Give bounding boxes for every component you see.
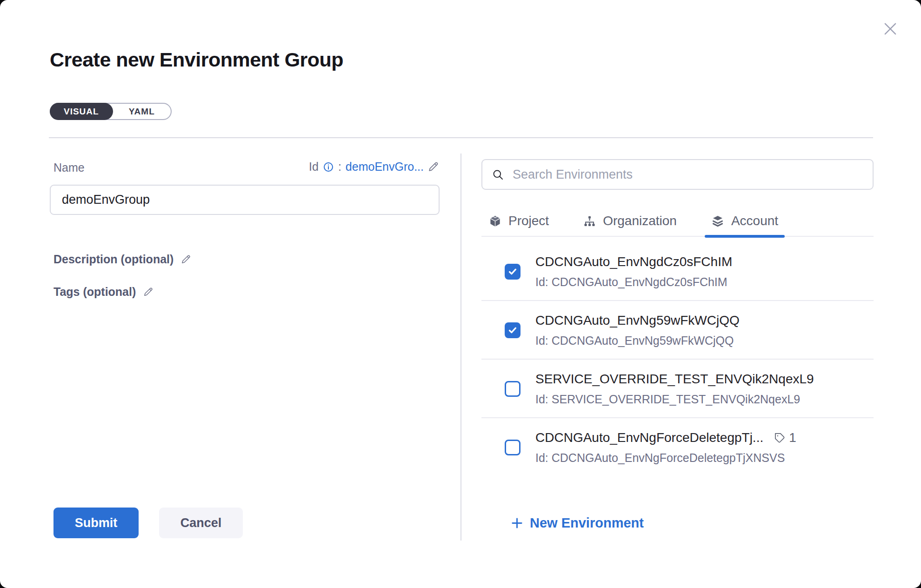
- environment-checkbox-checked[interactable]: [505, 322, 521, 338]
- environment-checkbox-unchecked[interactable]: [505, 440, 521, 455]
- sitemap-icon: [583, 215, 596, 227]
- toggle-visual[interactable]: VISUAL: [50, 103, 113, 120]
- environment-id: Id: CDCNGAuto_EnvNgdCz0sFChIM: [535, 275, 732, 289]
- plus-icon: [510, 516, 524, 530]
- entity-id-row: Id : demoEnvGro...: [50, 160, 440, 174]
- cube-icon: [489, 215, 501, 227]
- id-label: Id: [309, 160, 319, 174]
- edit-tags-pencil-icon[interactable]: [143, 287, 154, 297]
- name-input[interactable]: [50, 185, 440, 215]
- tab-project-label: Project: [508, 214, 549, 228]
- description-label: Description (optional): [53, 253, 174, 266]
- tags-label: Tags (optional): [53, 285, 136, 299]
- environment-list: CDCNGAuto_EnvNgdCz0sFChIM Id: CDCNGAuto_…: [481, 237, 874, 488]
- cancel-button[interactable]: Cancel: [159, 508, 243, 538]
- environment-row-3[interactable]: SERVICE_OVERRIDE_TEST_ENVQik2NqexL9 Id: …: [481, 360, 874, 418]
- search-box: [481, 159, 874, 190]
- layers-icon: [711, 214, 724, 227]
- search-environments-input[interactable]: [512, 167, 863, 182]
- page-title: Create new Environment Group: [50, 48, 343, 71]
- environment-id: Id: CDCNGAuto_EnvNgForceDeletegpTjXNSVS: [535, 451, 796, 465]
- environment-row-4[interactable]: CDCNGAuto_EnvNgForceDeletegpTj... 1 Id: …: [481, 418, 874, 476]
- environment-name: CDCNGAuto_EnvNgForceDeletegpTj...: [535, 430, 763, 445]
- environment-name: CDCNGAuto_EnvNg59wFkWCjQQ: [535, 313, 740, 328]
- environment-id: Id: CDCNGAuto_EnvNg59wFkWCjQQ: [535, 334, 740, 347]
- tab-organization-label: Organization: [603, 214, 677, 228]
- edit-description-pencil-icon[interactable]: [181, 254, 192, 265]
- tab-account-label: Account: [731, 214, 778, 228]
- id-separator: :: [338, 160, 341, 174]
- environment-row-1[interactable]: CDCNGAuto_EnvNgdCz0sFChIM Id: CDCNGAuto_…: [481, 237, 874, 301]
- search-icon: [492, 168, 504, 181]
- description-row: Description (optional): [53, 253, 192, 266]
- submit-button[interactable]: Submit: [53, 508, 139, 538]
- id-value-link[interactable]: demoEnvGro...: [346, 160, 424, 174]
- tag-count: 1: [789, 430, 796, 445]
- environment-checkbox-checked[interactable]: [505, 264, 521, 280]
- close-icon[interactable]: [880, 19, 901, 39]
- info-icon[interactable]: [323, 161, 334, 173]
- check-icon: [507, 267, 518, 277]
- new-environment-button[interactable]: New Environment: [510, 515, 644, 531]
- scope-tabs: Project Organization Account: [481, 206, 874, 237]
- environment-name: CDCNGAuto_EnvNgdCz0sFChIM: [535, 254, 732, 269]
- check-icon: [507, 325, 518, 335]
- tags-row: Tags (optional): [53, 285, 154, 299]
- environment-row-2[interactable]: CDCNGAuto_EnvNg59wFkWCjQQ Id: CDCNGAuto_…: [481, 301, 874, 360]
- environment-checkbox-unchecked[interactable]: [505, 381, 521, 397]
- tab-project[interactable]: Project: [486, 206, 552, 236]
- edit-id-pencil-icon[interactable]: [428, 161, 440, 173]
- environment-name: SERVICE_OVERRIDE_TEST_ENVQik2NqexL9: [535, 372, 814, 387]
- tab-account[interactable]: Account: [708, 206, 781, 236]
- tag-icon: [774, 432, 786, 444]
- tab-organization[interactable]: Organization: [581, 206, 680, 236]
- create-environment-group-dialog: Create new Environment Group VISUAL YAML…: [0, 0, 921, 588]
- column-divider: [460, 154, 461, 541]
- visual-yaml-toggle: VISUAL YAML: [50, 103, 172, 120]
- tag-count-badge: 1: [774, 430, 796, 445]
- new-environment-label: New Environment: [530, 515, 644, 531]
- environment-id: Id: SERVICE_OVERRIDE_TEST_ENVQik2NqexL9: [535, 393, 814, 406]
- header-divider: [49, 137, 873, 138]
- toggle-yaml[interactable]: YAML: [113, 103, 171, 120]
